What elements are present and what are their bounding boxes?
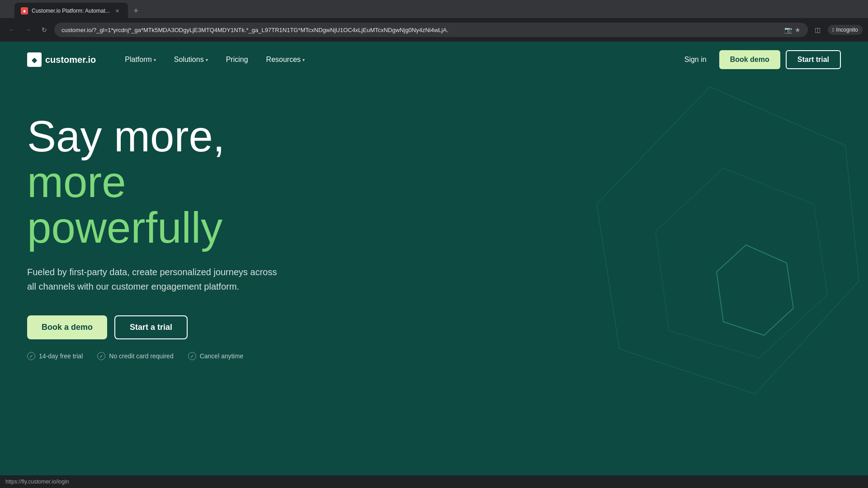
check-icon-1: ✓: [27, 352, 35, 360]
main-navbar: customer.io Platform ▾ Solutions ▾ Prici…: [0, 42, 868, 78]
resources-chevron-icon: ▾: [302, 57, 305, 62]
hero-buttons: Book a demo Start a trial: [27, 315, 289, 339]
tab-close-button[interactable]: ✕: [113, 7, 122, 15]
hero-badges: ✓ 14-day free trial ✓ No credit card req…: [27, 352, 289, 360]
book-demo-hero-button[interactable]: Book a demo: [27, 315, 107, 339]
badge-cancel: ✓ Cancel anytime: [188, 352, 244, 360]
browser-nav-bar: ← → ↻ customer.io/?_gl=1*yrcdnj*_ga*MTk5…: [0, 18, 868, 42]
hero-subtext: Fueled by first-party data, create perso…: [27, 265, 280, 294]
geo-decoration: [506, 78, 868, 417]
nav-links: Platform ▾ Solutions ▾ Pricing Resources…: [118, 52, 677, 67]
bookmark-icon: ★: [795, 26, 801, 33]
book-demo-nav-button[interactable]: Book demo: [719, 50, 780, 69]
badge-no-credit: ✓ No credit card required: [97, 352, 173, 360]
back-button[interactable]: ←: [5, 23, 18, 36]
new-tab-button[interactable]: +: [130, 5, 142, 17]
check-icon-3: ✓: [188, 352, 196, 360]
website-content: customer.io Platform ▾ Solutions ▾ Prici…: [0, 42, 868, 448]
start-trial-hero-button[interactable]: Start a trial: [114, 315, 188, 339]
browser-titlebar: Customer.io Platform: Automat... ✕ +: [0, 0, 868, 18]
nav-solutions-label: Solutions: [174, 56, 204, 64]
incognito-badge: 🉖 Incognito: [828, 25, 863, 35]
browser-right-controls: ◫ 🉖 Incognito: [811, 23, 863, 36]
hero-heading: Say more, more powerfully: [27, 114, 289, 250]
url-display: customer.io/?_gl=1*yrcdnj*_ga*MTk5MDA3OD…: [61, 27, 781, 33]
nav-item-resources[interactable]: Resources ▾: [259, 52, 312, 67]
browser-status-bar: https://fly.customer.io/login: [0, 475, 868, 488]
nav-item-platform[interactable]: Platform ▾: [118, 52, 163, 67]
camera-icon: 📷: [784, 26, 792, 33]
nav-pricing-label: Pricing: [226, 56, 248, 64]
platform-chevron-icon: ▾: [154, 57, 156, 62]
badge-cancel-text: Cancel anytime: [200, 352, 244, 360]
active-tab[interactable]: Customer.io Platform: Automat... ✕: [14, 3, 128, 19]
nav-platform-label: Platform: [125, 56, 152, 64]
nav-resources-label: Resources: [266, 56, 301, 64]
nav-item-pricing[interactable]: Pricing: [219, 52, 255, 67]
incognito-label: Incognito: [836, 27, 858, 33]
tab-favicon: [21, 7, 28, 14]
badge-free-trial: ✓ 14-day free trial: [27, 352, 83, 360]
status-url: https://fly.customer.io/login: [5, 479, 69, 485]
solutions-chevron-icon: ▾: [206, 57, 208, 62]
logo-icon: [27, 52, 42, 67]
tab-bar: Customer.io Platform: Automat... ✕ +: [9, 3, 148, 19]
logo-text: customer.io: [45, 55, 96, 65]
tab-title: Customer.io Platform: Automat...: [32, 8, 110, 14]
hero-heading-line2: more powerfully: [27, 158, 222, 252]
hero-section: Say more, more powerfully Fueled by firs…: [0, 78, 316, 387]
extensions-button[interactable]: ◫: [811, 23, 824, 36]
check-icon-2: ✓: [97, 352, 105, 360]
logo[interactable]: customer.io: [27, 52, 96, 67]
browser-chrome: Customer.io Platform: Automat... ✕ + ← →…: [0, 0, 868, 42]
address-icons: 📷 ★: [784, 26, 801, 33]
hero-heading-line1: Say more,: [27, 112, 225, 160]
forward-button[interactable]: →: [22, 23, 34, 36]
address-bar[interactable]: customer.io/?_gl=1*yrcdnj*_ga*MTk5MDA3OD…: [54, 23, 808, 37]
nav-item-solutions[interactable]: Solutions ▾: [167, 52, 215, 67]
incognito-icon: 🉖: [832, 27, 834, 33]
nav-actions: Sign in Book demo Start trial: [677, 50, 841, 69]
badge-no-credit-text: No credit card required: [109, 352, 173, 360]
refresh-button[interactable]: ↻: [38, 23, 51, 36]
badge-free-trial-text: 14-day free trial: [39, 352, 83, 360]
start-trial-nav-button[interactable]: Start trial: [786, 50, 841, 69]
signin-button[interactable]: Sign in: [677, 52, 714, 67]
